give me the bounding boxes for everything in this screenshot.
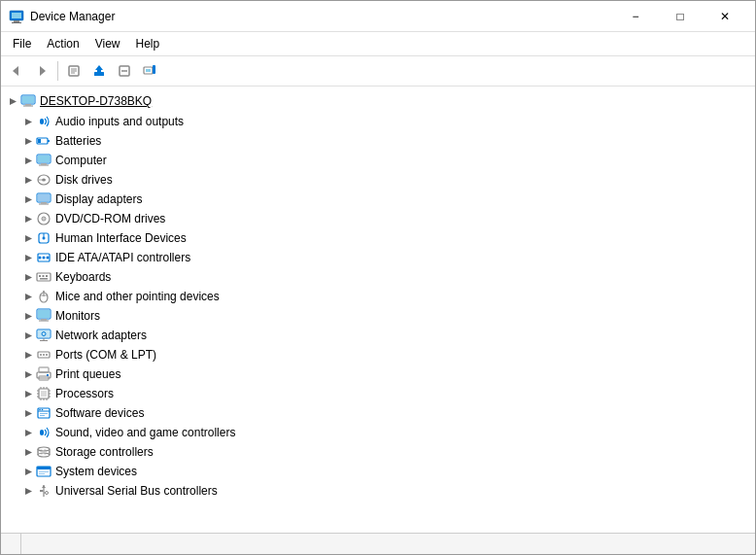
svg-rect-83 [39,367,49,372]
ports-expand-icon[interactable] [20,347,36,363]
svg-point-52 [39,257,42,260]
menu-file[interactable]: File [5,34,39,53]
svg-marker-46 [25,235,32,242]
sound-expand-icon[interactable] [20,425,36,440]
tree-item-display[interactable]: Display adapters [1,190,755,209]
tree-item-software[interactable]: Software devices [1,403,755,423]
window-controls: − □ ✕ [613,1,747,32]
toolbar [1,56,755,87]
storage-label: Storage controllers [55,445,154,459]
print-label: Print queues [55,367,120,381]
mice-label: Mice and other pointing devices [55,290,220,303]
tree-item-system[interactable]: System devices [1,462,755,481]
tree-item-audio[interactable]: Audio inputs and outputs [1,112,755,131]
tree-item-hid[interactable]: Human Interface Devices [1,228,755,248]
svg-marker-122 [25,488,32,495]
device-manager-window: Device Manager − □ ✕ File Action View He… [0,0,756,555]
svg-rect-10 [94,72,104,76]
hid-expand-icon[interactable] [20,230,36,246]
maximize-button[interactable]: □ [658,1,703,32]
disk-expand-icon[interactable] [20,172,36,188]
uninstall-button[interactable] [113,59,136,83]
keyboards-expand-icon[interactable] [20,269,36,285]
svg-rect-26 [48,140,50,142]
svg-rect-108 [40,415,45,416]
svg-point-127 [46,492,49,495]
system-expand-icon[interactable] [20,464,36,479]
svg-rect-68 [38,310,50,318]
tree-item-ide[interactable]: IDE ATA/ATAPI controllers [1,248,755,267]
tree-view[interactable]: DESKTOP-D738BKQ Audio inputs and outputs [1,87,755,533]
svg-rect-39 [38,194,50,201]
svg-rect-27 [38,139,41,143]
svg-point-54 [47,257,50,260]
back-button[interactable] [5,59,28,83]
menu-help[interactable]: Help [128,34,168,53]
status-bar [1,533,755,554]
forward-button[interactable] [30,59,53,83]
svg-rect-89 [41,391,47,397]
ide-expand-icon[interactable] [20,250,36,265]
svg-rect-21 [23,106,33,107]
svg-rect-23 [40,119,44,124]
menu-action[interactable]: Action [39,34,86,53]
network-expand-icon[interactable] [20,328,36,343]
tree-item-mice[interactable]: Mice and other pointing devices [1,287,755,306]
svg-marker-37 [25,196,32,203]
svg-point-79 [40,354,42,356]
batteries-expand-icon[interactable] [20,133,36,149]
keyboard-icon [36,269,52,285]
usb-label: Universal Serial Bus controllers [55,484,218,498]
hid-icon [36,230,52,246]
tree-item-dvd[interactable]: DVD/CD-ROM drives [1,209,755,228]
storage-expand-icon[interactable] [20,444,36,460]
svg-marker-22 [25,119,32,125]
root-node[interactable]: DESKTOP-D738BKQ [1,90,755,112]
tree-item-disk[interactable]: Disk drives [1,170,755,190]
print-expand-icon[interactable] [20,366,36,382]
tree-item-storage[interactable]: Storage controllers [1,442,755,462]
processors-expand-icon[interactable] [20,386,36,401]
svg-marker-102 [25,410,32,417]
tree-item-ports[interactable]: Ports (COM & LPT) [1,345,755,364]
audio-expand-icon[interactable] [20,114,36,129]
tree-item-usb[interactable]: Universal Serial Bus controllers [1,481,755,501]
usb-expand-icon[interactable] [20,483,36,499]
svg-rect-31 [41,163,47,165]
title-bar: Device Manager − □ ✕ [1,1,755,32]
svg-rect-30 [38,156,50,162]
processors-label: Processors [55,387,114,400]
menu-view[interactable]: View [87,34,128,53]
printer-icon [36,366,52,382]
ide-icon [36,250,52,265]
tree-item-computer[interactable]: Computer [1,151,755,170]
svg-rect-15 [146,69,151,72]
tree-item-print[interactable]: Print queues [1,364,755,384]
properties-button[interactable] [62,59,86,83]
tree-item-network[interactable]: Network adapters [1,326,755,345]
minimize-button[interactable]: − [613,1,658,32]
tree-item-sound[interactable]: Sound, video and game controllers [1,423,755,442]
monitors-label: Monitors [55,309,100,323]
scan-hardware-button[interactable] [138,59,161,83]
monitors-expand-icon[interactable] [20,308,36,324]
software-label: Software devices [55,406,144,420]
dvd-expand-icon[interactable] [20,211,36,226]
software-expand-icon[interactable] [20,405,36,421]
svg-rect-86 [47,374,49,376]
tree-item-keyboards[interactable]: Keyboards [1,267,755,287]
svg-rect-58 [43,275,45,277]
update-driver-button[interactable] [87,59,111,83]
svg-marker-28 [25,157,32,164]
batteries-icon [36,133,52,149]
mice-expand-icon[interactable] [20,289,36,304]
tree-item-processors[interactable]: Processors [1,384,755,403]
computer-expand-icon[interactable] [20,153,36,168]
tree-item-monitors[interactable]: Monitors [1,306,755,326]
svg-rect-57 [39,275,41,277]
svg-point-105 [39,409,41,411]
close-button[interactable]: ✕ [703,1,747,32]
tree-item-batteries[interactable]: Batteries [1,131,755,151]
root-expand-icon[interactable] [5,93,20,109]
display-expand-icon[interactable] [20,191,36,207]
